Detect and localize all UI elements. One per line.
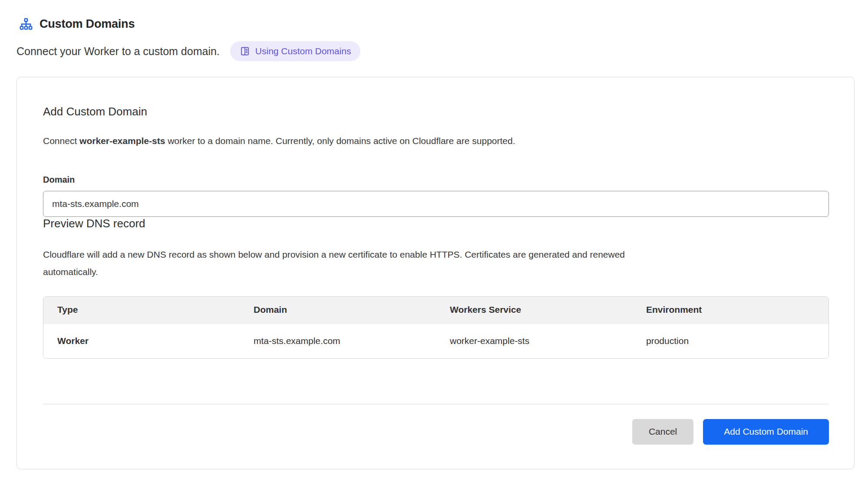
page-subtitle-row: Connect your Worker to a custom domain. … — [17, 41, 868, 61]
worker-name: worker-example-sts — [79, 136, 165, 146]
cell-environment: production — [632, 324, 828, 358]
preview-dns-heading: Preview DNS record — [43, 217, 828, 230]
column-header-domain: Domain — [240, 297, 436, 324]
column-header-type: Type — [43, 297, 240, 324]
footer-divider — [43, 404, 829, 404]
domain-label: Domain — [43, 175, 828, 185]
docs-link-label: Using Custom Domains — [255, 46, 351, 56]
page-header: Custom Domains — [17, 17, 868, 31]
page-title: Custom Domains — [40, 17, 135, 31]
table-row: Worker mta-sts.example.com worker-exampl… — [43, 324, 828, 358]
cancel-button[interactable]: Cancel — [632, 419, 693, 445]
column-header-environment: Environment — [632, 297, 828, 324]
description-prefix: Connect — [43, 136, 79, 146]
custom-domains-page: Custom Domains Connect your Worker to a … — [0, 0, 868, 469]
table-header-row: Type Domain Workers Service Environment — [43, 297, 828, 324]
open-book-icon — [240, 46, 250, 56]
domain-field-group: Domain — [43, 175, 828, 217]
cell-workers-service: worker-example-sts — [436, 324, 632, 358]
cell-domain: mta-sts.example.com — [240, 324, 436, 358]
panel-actions: Cancel Add Custom Domain — [43, 419, 829, 445]
sitemap-icon — [20, 18, 33, 31]
domain-input[interactable] — [43, 191, 829, 217]
description-suffix: worker to a domain name. Currently, only… — [165, 136, 515, 146]
add-custom-domain-button[interactable]: Add Custom Domain — [703, 419, 829, 445]
preview-dns-description: Cloudflare will add a new DNS record as … — [43, 246, 664, 281]
cell-type: Worker — [43, 324, 240, 358]
docs-link[interactable]: Using Custom Domains — [230, 41, 361, 61]
add-custom-domain-panel: Add Custom Domain Connect worker-example… — [17, 77, 855, 469]
panel-heading: Add Custom Domain — [43, 105, 828, 118]
dns-preview-table: Type Domain Workers Service Environment … — [43, 296, 829, 359]
panel-description: Connect worker-example-sts worker to a d… — [43, 136, 828, 146]
column-header-workers-service: Workers Service — [436, 297, 632, 324]
page-subtitle: Connect your Worker to a custom domain. — [17, 45, 220, 58]
